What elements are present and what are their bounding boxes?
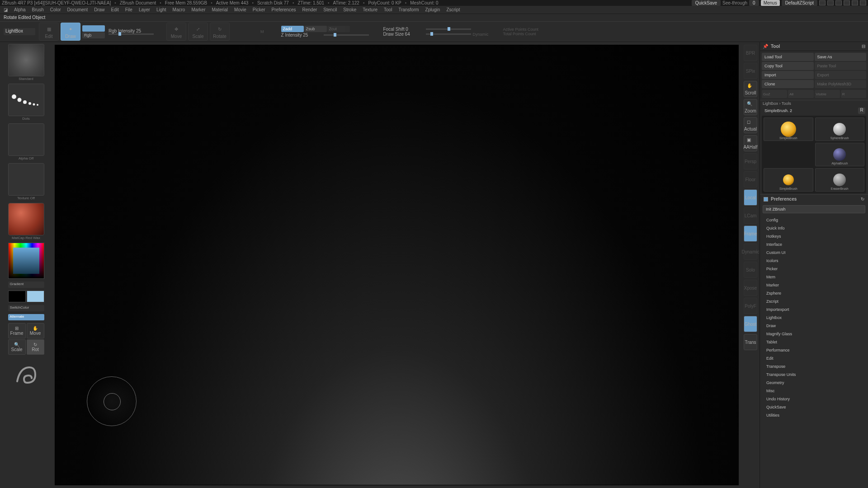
menu-tool[interactable]: Tool	[381, 6, 395, 13]
reload-icon[interactable]: ↻	[861, 197, 864, 202]
rotate-button[interactable]: ↻Rotate	[210, 23, 230, 41]
tool-panel-header[interactable]: 📌 Tool ⊟	[760, 42, 868, 51]
gradient-toggle[interactable]: Gradient	[8, 282, 44, 288]
color-secondary[interactable]	[8, 291, 26, 302]
pref-lightbox[interactable]: Lightbox	[760, 314, 868, 322]
scroll-button[interactable]: ✋Scroll	[744, 81, 757, 97]
edit-button[interactable]: ▦Edit	[39, 23, 59, 41]
move-button[interactable]: ✥Move	[166, 23, 186, 41]
copy-tool-button[interactable]: Copy Tool	[762, 62, 814, 70]
menu-render[interactable]: Render	[300, 6, 320, 13]
texture-selector[interactable]	[8, 163, 44, 196]
switchcolor-button[interactable]: SwitchColor	[8, 305, 44, 311]
menu-draw[interactable]: Draw	[91, 6, 107, 13]
pref-utilities[interactable]: Utilities	[760, 411, 868, 419]
tool-thumb-spherebrush[interactable]: SphereBrush	[815, 117, 865, 141]
minimize-icon[interactable]	[835, 0, 842, 5]
pref-interface[interactable]: Interface	[760, 240, 868, 249]
spix-button[interactable]: SPix	[744, 63, 757, 79]
persp-button[interactable]: Persp	[744, 153, 757, 169]
export-button[interactable]: Export	[815, 71, 867, 79]
maximize-icon[interactable]	[852, 0, 858, 5]
init-zbrush-button[interactable]: Init ZBrush	[763, 205, 865, 213]
clone-button[interactable]: Clone	[762, 80, 814, 88]
menu-alpha[interactable]: Alpha	[11, 6, 28, 13]
dynamic-label[interactable]: Dynamic	[473, 32, 489, 37]
zsub-toggle[interactable]: Zsub	[304, 26, 327, 32]
ghost-button[interactable]: Ghost	[744, 316, 757, 332]
pref-transpose-units[interactable]: Transpose Units	[760, 371, 868, 379]
pref-quick-info[interactable]: Quick Info	[760, 224, 868, 232]
restore-icon[interactable]	[844, 0, 850, 5]
current-tool-name[interactable]: SimpleBrush. 2	[763, 108, 856, 113]
pref-icolors[interactable]: Icolors	[760, 257, 868, 265]
menu-transform[interactable]: Transform	[396, 6, 421, 13]
pref-zscript[interactable]: Zscript	[760, 297, 868, 305]
bpr-button[interactable]: BPR	[744, 45, 757, 61]
tool-thumb-simplebrush-large[interactable]: SimpleBrush	[764, 117, 813, 141]
menu-macro[interactable]: Macro	[170, 6, 188, 13]
menus-button[interactable]: Menus	[761, 0, 780, 6]
menu-edit[interactable]: Edit	[108, 6, 122, 13]
seethrough-value[interactable]: 0	[749, 0, 759, 6]
pref-misc[interactable]: Misc	[760, 387, 868, 395]
menu-picker[interactable]: Picker	[250, 6, 268, 13]
checkbox-icon[interactable]	[764, 197, 768, 202]
pref-edit[interactable]: Edit	[760, 354, 868, 362]
move-nav[interactable]: ✋Move	[27, 323, 44, 338]
pref-tablet[interactable]: Tablet	[760, 338, 868, 346]
pref-geometry[interactable]: Geometry	[760, 379, 868, 387]
collapse-icon[interactable]: ⊟	[862, 44, 865, 49]
menu-color[interactable]: Color	[47, 6, 64, 13]
canvas[interactable]	[55, 45, 739, 485]
menu-document[interactable]: Document	[65, 6, 91, 13]
zcut-toggle[interactable]: Zcut	[327, 26, 350, 32]
menu-stroke[interactable]: Stroke	[340, 6, 359, 13]
zbrush-icon[interactable]: ◪	[1, 6, 10, 13]
pref-transpose[interactable]: Transpose	[760, 362, 868, 371]
menu-file[interactable]: File	[123, 6, 135, 13]
tool-thumb-eraserbrush[interactable]: EraserBrush	[815, 168, 865, 192]
save-as-button[interactable]: Save As	[815, 53, 867, 61]
frame-button[interactable]: Frame	[744, 225, 757, 242]
pref-hotkeys[interactable]: Hotkeys	[760, 232, 868, 240]
pref-draw[interactable]: Draw	[760, 322, 868, 330]
rgb-intensity-slider[interactable]	[108, 33, 154, 35]
close-icon[interactable]	[860, 0, 866, 5]
menu-marker[interactable]: Marker	[189, 6, 208, 13]
actual-button[interactable]: ◻Actual	[744, 117, 757, 133]
goz-button[interactable]: GoZ	[762, 90, 787, 98]
solo-button[interactable]: Solo	[744, 262, 757, 278]
menu-light[interactable]: Light	[154, 6, 169, 13]
focal-shift-slider[interactable]	[426, 28, 471, 30]
pref-importexport[interactable]: Importexport	[760, 305, 868, 314]
menu-material[interactable]: Material	[209, 6, 231, 13]
alternate-button[interactable]: Alternate	[8, 314, 44, 320]
quicksave-button[interactable]: QuickSave	[692, 0, 721, 6]
rgb-toggle[interactable]: Rgb	[82, 32, 105, 38]
local-button[interactable]: Local	[744, 189, 757, 206]
lightbox-tools-label[interactable]: Lightbox › Tools	[760, 100, 868, 107]
draw-button[interactable]: ✦Draw	[61, 23, 80, 41]
preferences-panel-header[interactable]: Preferences ↻	[760, 195, 868, 203]
home-icon[interactable]	[819, 0, 826, 5]
trans-button[interactable]: Trans	[744, 334, 757, 350]
pref-marker[interactable]: Marker	[760, 281, 868, 289]
menu-layer[interactable]: Layer	[136, 6, 153, 13]
pin-icon[interactable]: 📌	[763, 44, 768, 49]
float-icon[interactable]	[827, 0, 834, 5]
pref-picker[interactable]: Picker	[760, 265, 868, 273]
pref-magnify[interactable]: Magnify Glass	[760, 330, 868, 338]
make-polymesh-button[interactable]: Make PolyMesh3D	[815, 80, 867, 88]
tool-thumb-alphabrush[interactable]: AlphaBrush	[815, 143, 865, 166]
menu-stencil[interactable]: Stencil	[321, 6, 340, 13]
tool-thumb-simplebrush[interactable]: SimpleBrush	[764, 168, 813, 192]
menu-brush[interactable]: Brush	[29, 6, 47, 13]
goz-r-button[interactable]: R	[841, 90, 866, 98]
menu-texture[interactable]: Texture	[360, 6, 380, 13]
mrgb-toggle[interactable]	[82, 25, 105, 32]
pref-mem[interactable]: Mem	[760, 273, 868, 281]
xpose-button[interactable]: Xpose	[744, 280, 757, 296]
menu-zscript[interactable]: Zscript	[443, 6, 462, 13]
z-intensity-slider[interactable]	[324, 34, 369, 36]
